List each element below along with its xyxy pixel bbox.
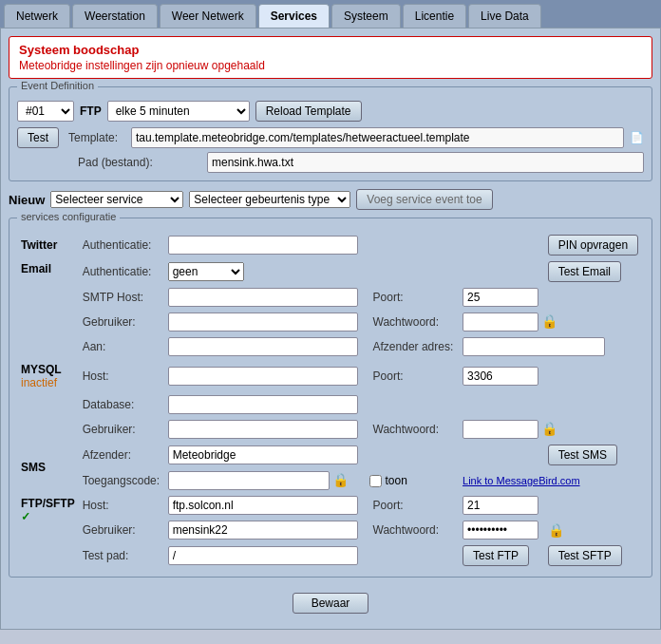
interval-select[interactable]: elke 5 minuten elke 10 minuten elke 15 m… [107, 101, 250, 122]
test-ftp-button[interactable]: Test FTP [463, 545, 529, 566]
mysql-user-label: Gebruiker: [79, 417, 164, 442]
email-row-4: Aan: Afzender adres: [17, 334, 644, 359]
save-button[interactable]: Bewaar [293, 593, 368, 614]
ftp-testpad-label: Test pad: [79, 542, 164, 569]
footer: Bewaar [9, 585, 652, 621]
email-to-label: Aan: [79, 334, 164, 359]
event-type-select[interactable]: Selecteer gebeurtenis type [189, 191, 350, 208]
email-user-input[interactable] [168, 313, 358, 331]
mysql-port-input[interactable] [463, 367, 538, 386]
tab-services[interactable]: Services [258, 4, 330, 28]
path-input[interactable] [207, 152, 644, 173]
test-sms-button[interactable]: Test SMS [548, 445, 617, 465]
mysql-host-label: Host: [79, 359, 164, 392]
ftp-row-3: Test pad: Test FTP Test SFTP [17, 542, 644, 569]
ftp-checkmark: ✓ [21, 510, 30, 523]
reload-template-button[interactable]: Reload Template [255, 101, 362, 122]
email-pass-label: Wachtwoord: [366, 310, 460, 334]
email-row-2: SMTP Host: Poort: [17, 285, 644, 310]
test-button[interactable]: Test [17, 127, 59, 148]
mysql-port-label: Poort: [366, 359, 460, 392]
pin-opvragen-button[interactable]: PIN opvragen [548, 235, 638, 256]
ftp-pass-label: Wachtwoord: [366, 518, 460, 542]
ftp-user-label: Gebruiker: [79, 518, 164, 542]
mysql-pass-input[interactable] [463, 420, 538, 439]
mysql-row-2: Database: [17, 392, 644, 417]
email-from-input[interactable] [463, 337, 605, 356]
tab-live-data[interactable]: Live Data [468, 4, 541, 28]
sms-show-row: toon [369, 474, 456, 487]
system-message-text: Meteobridge instellingen zijn opnieuw op… [19, 59, 642, 72]
email-pass-input[interactable] [463, 313, 538, 331]
ftp-pass-input[interactable] [463, 521, 538, 540]
services-config-section: services configuratie Twitter Authentica… [9, 218, 652, 578]
tab-licentie[interactable]: Licentie [403, 4, 466, 28]
email-row-3: Gebruiker: Wachtwoord: 🔒 [17, 310, 644, 334]
tab-weer-netwerk[interactable]: Weer Netwerk [160, 4, 256, 28]
email-user-label: Gebruiker: [79, 310, 164, 334]
ftp-row-2: Gebruiker: Wachtwoord: 🔒 [17, 518, 644, 542]
mysql-row-3: Gebruiker: Wachtwoord: 🔒 [17, 417, 644, 442]
ftp-row-1: FTP/SFTP ✓ Host: Poort: [17, 493, 644, 518]
email-row-1: Email Authenticatie: geen Test Email [17, 258, 644, 285]
mysql-category: MYSQL [21, 363, 75, 376]
sms-code-label: Toegangscode: [79, 468, 164, 493]
tab-systeem[interactable]: Systeem [331, 4, 401, 28]
ftp-port-input[interactable] [463, 496, 538, 515]
ftp-testpad-input[interactable] [168, 546, 358, 565]
sms-show-checkbox[interactable] [369, 475, 382, 487]
event-def-row: #01 FTP elke 5 minuten elke 10 minuten e… [17, 101, 644, 122]
test-email-button[interactable]: Test Email [548, 261, 621, 282]
nav-tabs: Netwerk Weerstation Weer Netwerk Service… [0, 0, 661, 28]
main-content: Systeem boodschap Meteobridge instelling… [0, 28, 661, 630]
smtp-host-label: SMTP Host: [79, 285, 164, 310]
mysql-db-input[interactable] [168, 395, 358, 414]
twitter-row: Twitter Authenticatie: PIN opvragen [17, 232, 644, 258]
template-label: Template: [68, 131, 125, 144]
tab-netwerk[interactable]: Netwerk [4, 4, 70, 28]
service-select[interactable]: Selecteer service [50, 191, 183, 208]
mysql-user-input[interactable] [168, 420, 358, 439]
tab-weerstation[interactable]: Weerstation [72, 4, 158, 28]
email-auth-label: Authenticatie: [79, 258, 164, 285]
test-sftp-button[interactable]: Test SFTP [548, 545, 622, 566]
event-number-select[interactable]: #01 [17, 101, 74, 122]
system-message-title: Systeem boodschap [19, 43, 642, 57]
template-input[interactable] [131, 127, 624, 148]
path-row: Pad (bestand): [17, 152, 644, 173]
mysql-status: inactief [21, 376, 75, 389]
email-from-label: Afzender adres: [366, 334, 460, 359]
system-message-box: Systeem boodschap Meteobridge instelling… [9, 36, 652, 79]
email-auth-select[interactable]: geen [168, 262, 244, 281]
event-definition-section: Event Definition #01 FTP elke 5 minuten … [9, 86, 652, 181]
template-row: Test Template: 📄 [17, 127, 644, 148]
sms-sender-label: Afzender: [79, 442, 164, 468]
sms-code-icon[interactable]: 🔒 [332, 472, 349, 487]
mysql-host-input[interactable] [168, 367, 358, 386]
email-category: Email [17, 258, 79, 359]
mysql-db-label: Database: [79, 392, 164, 417]
sms-category: SMS [17, 442, 79, 493]
sms-sender-input[interactable] [168, 445, 358, 464]
sms-code-input[interactable] [168, 471, 330, 490]
smtp-host-input[interactable] [168, 288, 358, 307]
ftp-pass-icon[interactable]: 🔒 [548, 522, 564, 538]
ftp-user-input[interactable] [168, 521, 358, 540]
ftp-host-input[interactable] [168, 496, 358, 515]
services-table: Twitter Authenticatie: PIN opvragen Emai… [17, 232, 644, 569]
path-label: Pad (bestand): [78, 156, 201, 169]
smtp-port-label: Poort: [366, 285, 460, 310]
add-service-event-button[interactable]: Voeg service event toe [356, 189, 492, 210]
email-to-input[interactable] [168, 337, 358, 356]
email-pass-icon[interactable]: 🔒 [541, 313, 557, 329]
mysql-pass-label: Wachtwoord: [366, 417, 460, 442]
twitter-auth-label: Authenticatie: [79, 232, 164, 258]
smtp-port-input[interactable] [463, 288, 538, 307]
template-icon: 📄 [630, 131, 644, 144]
mysql-pass-icon[interactable]: 🔒 [541, 421, 557, 436]
twitter-auth-input[interactable] [168, 236, 358, 255]
ftp-port-label: Poort: [366, 493, 460, 518]
messagebird-link[interactable]: Link to MessageBird.com [463, 475, 580, 486]
nieuw-row: Nieuw Selecteer service Selecteer gebeur… [9, 189, 652, 210]
twitter-category: Twitter [17, 232, 79, 258]
